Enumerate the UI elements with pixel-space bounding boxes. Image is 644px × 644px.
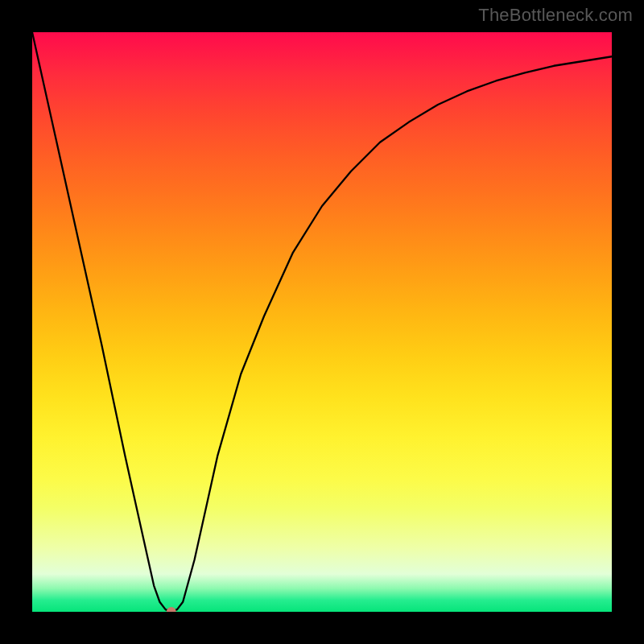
chart-frame: TheBottleneck.com [0,0,644,644]
plot-area [32,32,612,612]
watermark-text: TheBottleneck.com [478,5,633,26]
chart-svg [32,32,612,612]
marker-dot [167,607,176,612]
bottleneck-curve [32,32,612,612]
